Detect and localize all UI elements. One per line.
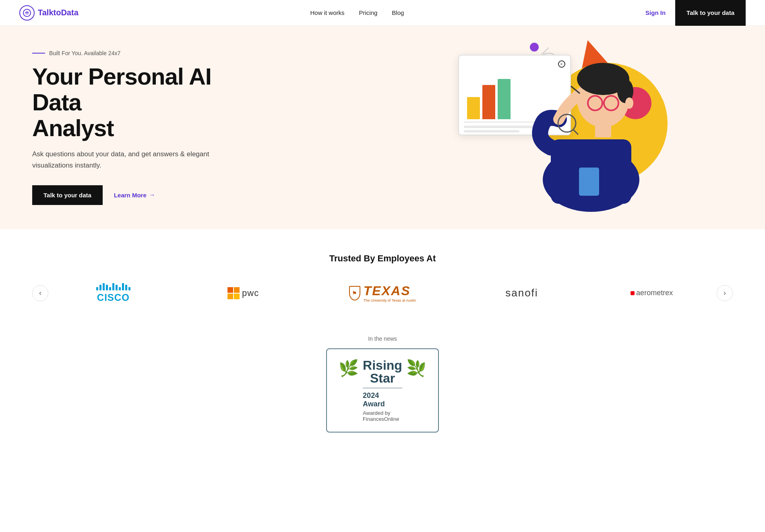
award-star: Star: [370, 372, 395, 385]
nav-link-how-it-works[interactable]: How it works: [310, 9, 344, 16]
chart-bar-2: [482, 85, 495, 119]
trusted-section: Trusted By Employees At ‹: [0, 229, 765, 327]
award-rising: Rising: [363, 359, 402, 372]
person-illustration: [527, 43, 655, 216]
award-badge: 🌿 Rising Star 2024 Award Awarded by Fina…: [326, 348, 439, 433]
carousel-next-button[interactable]: ›: [717, 285, 733, 301]
nav-links: How it works Pricing Blog: [310, 9, 404, 16]
svg-line-15: [573, 129, 578, 135]
talk-to-data-hero-button[interactable]: Talk to your data: [32, 185, 103, 205]
sign-in-button[interactable]: Sign In: [636, 0, 675, 26]
award-year: 2024 Award: [363, 391, 402, 408]
nav-link-blog[interactable]: Blog: [392, 9, 404, 16]
logo-texas: ⚑ TEXAS The University of Texas at Austi…: [349, 284, 416, 302]
hero-subtitle: Ask questions about your data, and get a…: [32, 149, 225, 170]
hero-badge: Built For You. Available 24x7: [32, 50, 266, 56]
award-text: Rising Star 2024 Award Awarded by Financ…: [363, 359, 402, 422]
hero-section: Built For You. Available 24x7 Your Perso…: [0, 26, 765, 229]
logos-row: CISCO pwc: [56, 283, 709, 303]
badge-line: [32, 53, 45, 54]
hero-illustration: + ×: [344, 26, 765, 229]
svg-rect-11: [595, 121, 611, 137]
nav-link-pricing[interactable]: Pricing: [359, 9, 377, 16]
logo[interactable]: TalktoData: [19, 5, 79, 21]
hero-actions: Talk to your data Learn More →: [32, 185, 266, 205]
logo-pwc: pwc: [219, 287, 267, 299]
logo-sanofi: sanofi: [498, 287, 546, 299]
talk-to-data-nav-button[interactable]: Talk to your data: [675, 0, 746, 26]
navbar: TalktoData How it works Pricing Blog Sig…: [0, 0, 765, 26]
award-by: Awarded by FinancesOnline: [363, 410, 402, 422]
svg-point-0: [23, 9, 31, 17]
svg-rect-3: [579, 168, 599, 196]
learn-more-link[interactable]: Learn More →: [114, 191, 155, 199]
logo-icon: [19, 5, 35, 21]
svg-point-10: [625, 97, 633, 109]
logo-cisco: CISCO: [89, 283, 137, 303]
illustration-container: + ×: [434, 31, 676, 224]
laurel-left: 🌿: [339, 359, 359, 378]
badge-text: Built For You. Available 24x7: [49, 50, 120, 56]
trusted-title: Trusted By Employees At: [329, 253, 436, 264]
award-divider: [363, 388, 402, 389]
logo-carousel: ‹: [32, 283, 733, 303]
hero-title: Your Personal AI Data Analyst: [32, 64, 266, 141]
arrow-icon: →: [149, 191, 155, 199]
logo-aerometrex: aerometrex: [628, 289, 676, 297]
chart-bar-3: [498, 79, 511, 119]
hero-content: Built For You. Available 24x7 Your Perso…: [32, 50, 266, 205]
chart-bar-1: [467, 97, 480, 119]
nav-actions: Sign In Talk to your data: [636, 0, 746, 26]
award-laurels: 🌿 Rising Star 2024 Award Awarded by Fina…: [339, 359, 426, 422]
laurel-right: 🌿: [406, 359, 426, 378]
news-section: In the news 🌿 Rising Star 2024 Award Awa…: [0, 327, 765, 457]
logo-text: TalktoData: [38, 8, 79, 17]
carousel-prev-button[interactable]: ‹: [32, 285, 48, 301]
news-label: In the news: [368, 335, 397, 342]
